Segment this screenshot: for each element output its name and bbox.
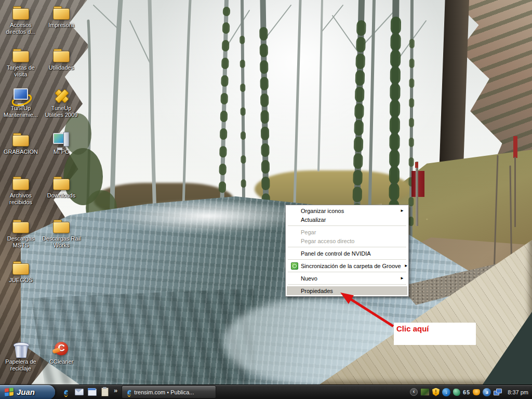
quicklaunch-internet-explorer[interactable]: e bbox=[61, 388, 71, 397]
hide-tray-icons-button[interactable]: ‹ bbox=[410, 388, 418, 396]
notes-icon bbox=[101, 388, 109, 396]
desktop-icon-label: Archivos recibidos bbox=[1, 192, 41, 206]
desktop-icon-accesos-directos-d[interactable]: Accesos directos d... bbox=[1, 4, 41, 35]
tray-security-alert-shield-icon[interactable]: ! bbox=[432, 388, 440, 396]
desktop-icon-grabacion[interactable]: GRABACION bbox=[1, 131, 41, 155]
menu-separator bbox=[288, 247, 406, 247]
task-button-label: trensim.com • Publica... bbox=[134, 389, 194, 395]
folder-icon bbox=[52, 47, 71, 63]
desktop-icon-label: CCleaner bbox=[42, 358, 81, 365]
desktop-icon-archivos-recibidos[interactable]: Archivos recibidos bbox=[1, 175, 41, 206]
quick-launch-bar: e bbox=[55, 388, 113, 397]
outlook-express-icon bbox=[75, 389, 84, 395]
taskbar: Juan e » e trensim.com • Publica... ‹ !↓… bbox=[0, 384, 532, 399]
desktop-icon-label: Accesos directos d... bbox=[1, 22, 41, 35]
ccleaner-icon: C bbox=[52, 341, 71, 357]
menu-item-label: Organizar iconos bbox=[301, 208, 344, 214]
tray-network-connections-icon[interactable] bbox=[494, 388, 502, 396]
folder-icon bbox=[52, 4, 71, 21]
menu-item-organizar-iconos[interactable]: Organizar iconos► bbox=[287, 206, 407, 215]
wallpaper-reflections-dark bbox=[31, 288, 255, 384]
menu-item-sincronizaci-n-de-la-carpeta-de-groove[interactable]: Sincronización de la carpeta de Groove► bbox=[287, 261, 407, 270]
screen: Accesos directos d...ImpresoraTarjetas d… bbox=[0, 0, 532, 399]
desktop-icon-descargas-rail-works[interactable]: Descargas Rail Works bbox=[42, 218, 81, 249]
wallpaper-marker-post bbox=[514, 157, 516, 227]
desktop-icon-label: Downloads bbox=[42, 192, 81, 199]
tray-app-orange-icon[interactable] bbox=[473, 389, 480, 395]
submenu-arrow-icon: ► bbox=[397, 208, 404, 213]
menu-item-label: Actualizar bbox=[301, 217, 326, 223]
menu-separator bbox=[288, 284, 406, 285]
tray-app-thumbnail-icon[interactable] bbox=[420, 388, 430, 396]
folder-icon bbox=[11, 175, 30, 191]
task-button-trensim[interactable]: e trensim.com • Publica... bbox=[122, 385, 216, 398]
desktop-icon-tuneup-mantenimie[interactable]: TuneUp Mantenimie... bbox=[1, 87, 41, 118]
desktop-icon-label: Papelera de reciclaje bbox=[1, 358, 41, 372]
taskbar-clock[interactable]: 8:37 pm bbox=[508, 389, 528, 395]
tuneup-icon bbox=[52, 87, 71, 104]
menu-item-panel-de-control-de-nvidia[interactable]: Panel de control de NVIDIA bbox=[287, 249, 407, 258]
quicklaunch-msn-window[interactable] bbox=[87, 388, 97, 397]
desktop-icon-label: Utilidades bbox=[42, 64, 81, 71]
desktop-icon-label: Tarjetas de visita bbox=[1, 64, 41, 78]
menu-separator bbox=[288, 272, 406, 272]
desktop-icon-label: TuneUp Utilities 2009 bbox=[42, 105, 81, 118]
start-button[interactable]: Juan bbox=[0, 385, 55, 399]
menu-item-pegar-acceso-directo[interactable]: Pegar acceso directo bbox=[287, 236, 407, 245]
menu-item-pegar[interactable]: Pegar bbox=[287, 228, 407, 236]
mypc-icon bbox=[52, 131, 71, 148]
folder-icon bbox=[11, 218, 30, 234]
quicklaunch-overflow-chevron[interactable]: » bbox=[113, 387, 122, 397]
tray-gpu-temp-icon[interactable]: 65 bbox=[463, 388, 470, 396]
quicklaunch-notes[interactable] bbox=[100, 388, 110, 397]
desktop-icon-downloads[interactable]: Downloads bbox=[42, 175, 81, 199]
icon-glyph: C bbox=[52, 342, 71, 354]
desktop-icon-ccleaner[interactable]: CCCleaner bbox=[42, 341, 81, 365]
submenu-arrow-icon: ► bbox=[397, 276, 404, 281]
desktop-icon-mi-pc[interactable]: Mi PC bbox=[42, 131, 81, 155]
desktop-icon-label: Mi PC bbox=[42, 149, 81, 155]
desktop-icon-utilidades[interactable]: Utilidades bbox=[42, 47, 81, 71]
desktop-icon-tarjetas-de-visita[interactable]: Tarjetas de visita bbox=[1, 47, 41, 78]
menu-item-gutter bbox=[288, 262, 301, 270]
menu-separator bbox=[288, 259, 406, 260]
desktop[interactable]: Accesos directos d...ImpresoraTarjetas d… bbox=[0, 0, 532, 384]
menu-item-label: Pegar bbox=[301, 229, 316, 235]
desktop-context-menu: Organizar iconos►ActualizarPegarPegar ac… bbox=[285, 205, 409, 297]
tray-emule-green-icon[interactable] bbox=[453, 389, 460, 396]
desktop-icon-label: Descargas MSTS bbox=[1, 235, 41, 249]
menu-item-propiedades[interactable]: Propiedades bbox=[287, 286, 407, 295]
desktop-icon-descargas-msts[interactable]: Descargas MSTS bbox=[1, 218, 41, 249]
wallpaper-rapids bbox=[112, 199, 304, 233]
menu-item-label: Pegar acceso directo bbox=[301, 238, 354, 244]
start-button-label: Juan bbox=[17, 388, 35, 396]
desktop-icon-juegos[interactable]: JUEGOS bbox=[1, 259, 41, 284]
wallpaper-red-marker bbox=[513, 136, 517, 158]
submenu-arrow-icon: ► bbox=[401, 263, 408, 268]
menu-item-label: Propiedades bbox=[301, 288, 333, 294]
desktop-icon-label: Impresora bbox=[42, 22, 81, 29]
tray-icons: !↓65a bbox=[420, 388, 502, 396]
desktop-icon-papelera-de-reciclaje[interactable]: Papelera de reciclaje bbox=[1, 341, 41, 372]
windows-logo-icon bbox=[5, 388, 14, 396]
desktop-icon-label: JUEGOS bbox=[1, 277, 41, 284]
folder-icon bbox=[11, 131, 30, 148]
menu-item-actualizar[interactable]: Actualizar bbox=[287, 215, 407, 224]
menu-item-label: Nuevo bbox=[301, 275, 317, 282]
desktop-icon-tuneup-utilities-2009[interactable]: TuneUp Utilities 2009 bbox=[42, 87, 81, 118]
wallpaper-sign-post-tip bbox=[415, 162, 418, 168]
system-tray: ‹ !↓65a 8:37 pm bbox=[410, 388, 532, 396]
msn-window-icon bbox=[88, 389, 97, 396]
tray-download-manager-icon[interactable]: ↓ bbox=[442, 388, 450, 396]
menu-item-label: Sincronización de la carpeta de Groove bbox=[301, 263, 401, 269]
desktop-icon-impresora[interactable]: Impresora bbox=[42, 4, 81, 29]
desktop-icon-label: Descargas Rail Works bbox=[42, 235, 81, 249]
folder-icon bbox=[11, 259, 30, 276]
folder-icon bbox=[52, 218, 71, 234]
recycle-icon bbox=[11, 341, 30, 357]
folder-icon bbox=[11, 4, 30, 21]
groove-icon bbox=[291, 262, 298, 270]
quicklaunch-outlook-express[interactable] bbox=[74, 388, 84, 397]
menu-item-nuevo[interactable]: Nuevo► bbox=[287, 274, 407, 283]
tray-avast-a-ball-icon[interactable]: a bbox=[483, 388, 491, 396]
